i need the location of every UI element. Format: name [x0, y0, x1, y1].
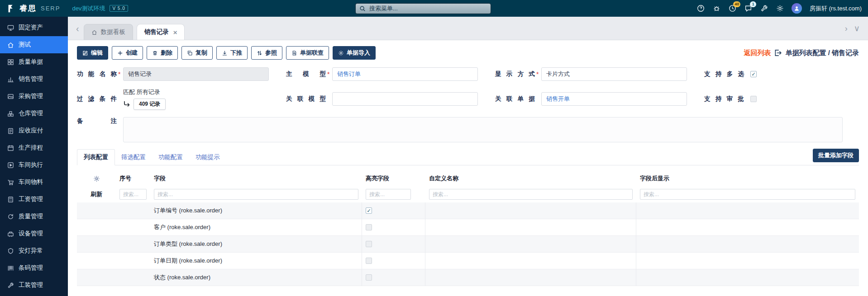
sidebar-item-label: 安灯异常	[19, 247, 43, 255]
sidebar-item-label: 固定资产	[19, 23, 43, 32]
table-row[interactable]: 订单日期 (roke.sale.order)	[77, 253, 859, 269]
sidebar-item-fixed-assets[interactable]: 固定资产	[0, 19, 68, 36]
home-icon	[7, 42, 14, 48]
tab-function-tips[interactable]: 功能提示	[189, 150, 226, 165]
seq-search-input[interactable]	[119, 189, 147, 200]
sidebar-item-test[interactable]: 测试	[0, 36, 68, 53]
rel-model-input[interactable]	[332, 92, 478, 106]
display-mode-input[interactable]	[541, 67, 687, 81]
batch-add-fields-button[interactable]: 批量添加字段	[813, 149, 859, 162]
chevron-left-icon[interactable]: ‹	[75, 24, 80, 33]
field-name: 订单编号 (roke.sale.order)	[154, 207, 222, 215]
close-icon[interactable]: ×	[173, 28, 177, 36]
activity-clock-icon[interactable]: 40	[728, 5, 736, 13]
multi-select-checkbox[interactable]	[750, 71, 757, 77]
highlight-checkbox[interactable]	[366, 274, 372, 281]
bug-icon[interactable]	[712, 5, 720, 13]
search-input[interactable]	[368, 5, 487, 12]
copy-button[interactable]: 复制	[181, 46, 213, 60]
sidebar-item-warehouse[interactable]: 仓库管理	[0, 105, 68, 122]
tab-list-config[interactable]: 列表配置	[77, 149, 115, 165]
grid-icon	[7, 59, 14, 66]
required-star: *	[327, 70, 331, 78]
custom-name-search-input[interactable]	[429, 189, 633, 200]
tab-sales-record[interactable]: 销售记录 ×	[137, 24, 185, 40]
doc-import-button[interactable]: 单据导入	[333, 46, 376, 60]
sidebar-item-label: 条码管理	[19, 264, 43, 272]
sidebar-item-label: 工资管理	[19, 195, 43, 203]
reference-button[interactable]: 参照	[251, 46, 282, 60]
col-field: 字段	[150, 171, 362, 186]
sidebar-item-shopfloor-exec[interactable]: 车间执行	[0, 156, 68, 174]
tab-label: 功能配置	[158, 154, 183, 160]
search-icon	[359, 5, 366, 12]
settings-gear-icon[interactable]	[776, 5, 784, 13]
activity-badge: 40	[733, 1, 740, 7]
sidebar-item-payables[interactable]: 应收应付	[0, 122, 68, 139]
help-icon[interactable]	[696, 5, 705, 13]
after-display-search-input[interactable]	[640, 189, 855, 200]
sidebar-item-quality-mgmt[interactable]: 质量管理	[0, 208, 68, 225]
sidebar-item-scheduling[interactable]: 生产排程	[0, 139, 68, 156]
sidebar-item-barcode[interactable]: 条码管理	[0, 259, 68, 277]
home-icon	[91, 29, 97, 35]
highlight-checkbox[interactable]	[366, 224, 372, 230]
edit-button[interactable]: 编辑	[77, 46, 108, 60]
tab-dashboard[interactable]: 数据看板	[84, 24, 133, 40]
records-count-chip[interactable]: 409 记录	[134, 99, 166, 110]
column-settings-gear-icon[interactable]	[93, 175, 100, 182]
refresh-button[interactable]: 刷新	[91, 190, 102, 198]
delete-button[interactable]: 删除	[147, 46, 178, 60]
func-name-input[interactable]	[123, 67, 269, 81]
push-down-button[interactable]: 下推	[216, 46, 248, 60]
highlight-checkbox[interactable]	[366, 258, 372, 264]
sidebar-item-label: 销售管理	[19, 75, 43, 83]
menu-search[interactable]	[355, 3, 491, 14]
rel-model-label: 关联模型	[286, 95, 326, 103]
calendar-icon	[7, 145, 14, 151]
chevron-right-icon[interactable]: ›	[844, 24, 849, 33]
tab-filter-config[interactable]: 筛选配置	[115, 150, 152, 165]
table-row[interactable]: 客户 (roke.sale.order)	[77, 219, 859, 236]
remark-textarea[interactable]	[123, 117, 843, 142]
filter-label: 过滤条件	[77, 95, 117, 103]
brand[interactable]: 睿思 SERP	[6, 3, 60, 14]
sidebar-item-tooling[interactable]: 工装管理	[0, 277, 68, 294]
main-model-label: 主模型	[286, 70, 326, 78]
sidebar-item-andon[interactable]: 安灯异常	[0, 242, 68, 259]
sidebar-item-label: 车间物料	[19, 178, 43, 186]
sidebar-item-quality-docs[interactable]: 质量单据	[0, 53, 68, 70]
button-label: 复制	[196, 49, 207, 57]
highlight-checkbox[interactable]	[366, 207, 372, 214]
sidebar-item-label: 车间执行	[19, 161, 43, 169]
tab-function-config[interactable]: 功能配置	[152, 150, 189, 165]
sidebar-item-shopfloor-material[interactable]: 车间物料	[0, 174, 68, 191]
user-name[interactable]: 房振轩 (rs.test.com)	[810, 5, 862, 13]
main-model-input[interactable]	[332, 67, 478, 81]
table-row[interactable]: 订单类型 (roke.sale.order)	[77, 236, 859, 253]
sidebar-item-equipment[interactable]: 设备管理	[0, 225, 68, 242]
field-search-input[interactable]	[154, 189, 358, 200]
rel-doc-input[interactable]	[541, 92, 687, 106]
card-image-icon	[7, 93, 14, 100]
chevron-down-icon[interactable]: ∨	[853, 24, 861, 33]
user-avatar[interactable]	[792, 3, 802, 14]
approve-checkbox[interactable]	[750, 96, 757, 102]
table-row[interactable]: 订单编号 (roke.sale.order)	[77, 202, 859, 219]
button-label: 创建	[126, 49, 138, 57]
document-search-icon	[291, 50, 297, 56]
messages-icon[interactable]: 1	[744, 5, 752, 13]
sidebar-item-purchase[interactable]: 采购管理	[0, 88, 68, 105]
back-to-list-link[interactable]: 返回列表	[744, 49, 771, 57]
table-row[interactable]: 状态 (roke.sale.order)	[77, 269, 859, 286]
col-highlight: 高亮字段	[362, 171, 425, 186]
highlight-search-input[interactable]	[366, 189, 411, 200]
tools-wrench-icon[interactable]	[760, 5, 768, 13]
create-button[interactable]: 创建	[112, 46, 143, 60]
brand-suffix: SERP	[41, 5, 60, 12]
highlight-checkbox[interactable]	[366, 241, 372, 247]
sidebar-item-payroll[interactable]: 工资管理	[0, 191, 68, 208]
sidebar-item-sales[interactable]: 销售管理	[0, 70, 68, 88]
doc-check-button[interactable]: 单据联查	[286, 46, 329, 60]
filter-match-text: 匹配 所有记录	[123, 88, 269, 96]
